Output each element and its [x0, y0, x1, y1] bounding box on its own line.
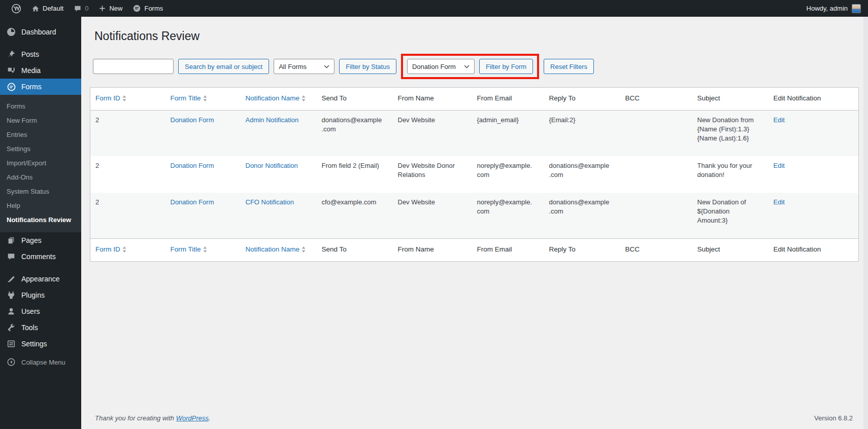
sidebar-item-label: Dashboard [21, 28, 56, 36]
notification-name-link[interactable]: CFO Notification [246, 198, 294, 206]
header-form-title[interactable]: Form Title [165, 239, 241, 262]
sidebar-item-forms[interactable]: Forms [0, 79, 81, 95]
sidebar-item-settings[interactable]: Settings [0, 336, 81, 352]
home-icon [31, 5, 40, 13]
sidebar-item-label: Appearance [21, 275, 60, 283]
notification-name-link[interactable]: Admin Notification [246, 116, 299, 124]
submenu-item-new-form[interactable]: New Form [0, 114, 81, 128]
header-from-name: From Name [393, 88, 472, 111]
header-reply-to: Reply To [544, 239, 620, 262]
site-name: Default [43, 5, 63, 12]
sidebar-item-label: Pages [21, 236, 42, 244]
cell-subject: New Donation from {Name (First):1.3} {Na… [692, 111, 769, 157]
table-row: 2 Donation Form Donor Notification From … [90, 156, 859, 193]
vertical-scrollbar[interactable] [863, 17, 868, 429]
wrench-icon [6, 323, 16, 333]
plug-icon [6, 290, 16, 300]
sidebar-item-media[interactable]: Media [0, 62, 81, 79]
submenu-item-notifications-review[interactable]: Notifications Review [0, 213, 81, 227]
sidebar-item-label: Tools [21, 324, 38, 332]
sidebar-item-label: Media [21, 66, 41, 75]
submenu-item-system-status[interactable]: System Status [0, 185, 81, 199]
header-bcc: BCC [620, 88, 692, 111]
media-icon [6, 65, 16, 76]
filter-by-status-button[interactable]: Filter by Status [339, 59, 396, 74]
notifications-table: Form ID Form Title Notification Name Sen… [90, 87, 859, 262]
brush-icon [6, 274, 16, 284]
header-notification-name[interactable]: Notification Name [241, 239, 317, 262]
cell-bcc [620, 193, 692, 239]
wordpress-link[interactable]: WordPress [176, 414, 209, 422]
header-notification-name[interactable]: Notification Name [241, 88, 317, 111]
sidebar-item-comments[interactable]: Comments [0, 248, 81, 265]
cell-send-to: From field 2 (Email) [317, 156, 393, 193]
forms-menu-item[interactable]: Forms [127, 0, 168, 17]
sidebar-item-users[interactable]: Users [0, 303, 81, 319]
header-form-id[interactable]: Form ID [90, 239, 165, 262]
sidebar-item-plugins[interactable]: Plugins [0, 287, 81, 303]
search-input[interactable] [93, 59, 174, 74]
comments-menu-item[interactable]: 0 [69, 0, 93, 17]
howdy-text[interactable]: Howdy, admin [807, 5, 848, 12]
user-icon [6, 306, 16, 316]
form-select-value: Donation Form [412, 63, 456, 70]
header-form-id[interactable]: Form ID [90, 88, 165, 111]
admin-sidebar: Dashboard Posts Media Forms Forms New Fo… [0, 17, 81, 429]
notification-name-link[interactable]: Donor Notification [246, 162, 298, 169]
submenu-item-import-export[interactable]: Import/Export [0, 156, 81, 170]
submenu-item-forms[interactable]: Forms [0, 99, 81, 114]
collapse-menu-button[interactable]: Collapse Menu [0, 354, 81, 370]
submenu-item-settings[interactable]: Settings [0, 142, 81, 156]
form-title-link[interactable]: Donation Form [171, 162, 214, 169]
sidebar-item-tools[interactable]: Tools [0, 319, 81, 336]
forms-submenu: Forms New Form Entries Settings Import/E… [0, 95, 81, 232]
table-header-row: Form ID Form Title Notification Name Sen… [90, 88, 859, 111]
cell-from-name: Dev Website Donor Relations [393, 156, 472, 193]
cell-from-name: Dev Website [393, 193, 472, 239]
new-menu-item[interactable]: New [93, 0, 127, 17]
sidebar-item-dashboard[interactable]: Dashboard [0, 24, 81, 40]
wordpress-logo-icon[interactable] [6, 0, 26, 17]
cell-send-to: cfo@example.com [317, 193, 393, 239]
header-form-title[interactable]: Form Title [165, 88, 241, 111]
edit-link[interactable]: Edit [774, 116, 785, 124]
sidebar-item-posts[interactable]: Posts [0, 46, 81, 62]
header-from-email: From Email [472, 88, 544, 111]
submenu-item-entries[interactable]: Entries [0, 128, 81, 142]
filter-by-form-button[interactable]: Filter by Form [479, 59, 533, 74]
user-avatar[interactable] [852, 4, 861, 13]
edit-link[interactable]: Edit [774, 198, 785, 206]
settings-sliders-icon [6, 339, 16, 349]
header-bcc: BCC [620, 239, 692, 262]
cell-from-name: Dev Website [393, 111, 472, 157]
dashboard-icon [6, 27, 16, 37]
sort-icon [203, 95, 207, 104]
sidebar-item-label: Forms [21, 83, 42, 91]
pages-icon [6, 235, 16, 245]
cell-bcc [620, 111, 692, 157]
sidebar-item-pages[interactable]: Pages [0, 232, 81, 248]
cell-reply-to: donations@example.com [544, 156, 620, 193]
header-from-email: From Email [472, 239, 544, 262]
submenu-item-add-ons[interactable]: Add-Ons [0, 170, 81, 185]
header-from-name: From Name [393, 239, 472, 262]
comments-count: 0 [85, 5, 88, 12]
pin-icon [6, 49, 16, 59]
sidebar-item-appearance[interactable]: Appearance [0, 271, 81, 287]
submenu-item-help[interactable]: Help [0, 199, 81, 213]
page-title: Notifications Review [90, 17, 868, 44]
header-subject: Subject [692, 88, 769, 111]
red-highlight-annotation: Donation Form Filter by Form [401, 54, 539, 79]
form-title-link[interactable]: Donation Form [171, 198, 214, 206]
form-title-link[interactable]: Donation Form [171, 116, 214, 124]
cell-from-email: noreply@example.com [472, 156, 544, 193]
gravity-forms-icon [132, 4, 141, 13]
form-select[interactable]: Donation Form [407, 59, 475, 74]
edit-link[interactable]: Edit [774, 162, 785, 169]
reset-filters-button[interactable]: Reset Filters [544, 59, 594, 74]
admin-footer: Thank you for creating with WordPress. V… [95, 414, 853, 422]
search-button[interactable]: Search by email or subject [178, 59, 269, 74]
site-menu-item[interactable]: Default [26, 0, 69, 17]
status-select[interactable]: All Forms [274, 59, 335, 74]
header-subject: Subject [692, 239, 769, 262]
